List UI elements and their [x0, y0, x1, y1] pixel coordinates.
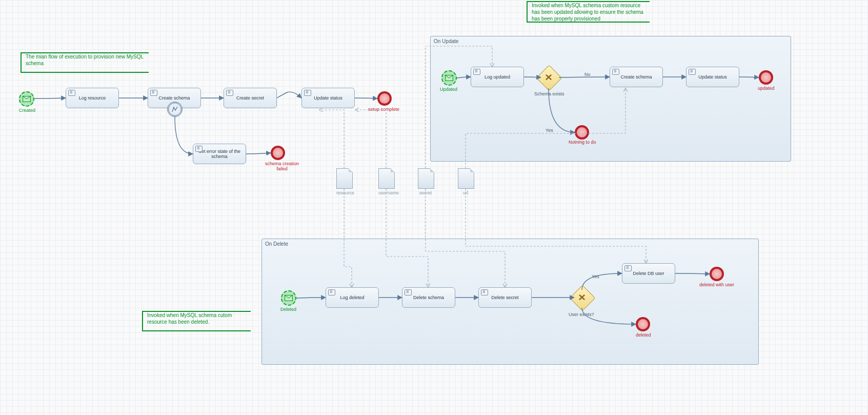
task-log-resource[interactable]: Log resource: [66, 88, 119, 108]
gateway-yes-label: Yes: [546, 128, 553, 133]
task-label: Update status: [698, 74, 727, 80]
start-event-updated[interactable]: [441, 70, 457, 86]
task-label: Update status: [314, 95, 342, 101]
annotation-on-update: Invoked when MySQL schema custom resourc…: [527, 1, 650, 23]
task-log-updated[interactable]: Log updated: [471, 67, 524, 87]
task-label: Delete secret: [491, 295, 518, 300]
task-delete-db-user[interactable]: Delete DB user: [622, 263, 675, 284]
pool-title: On Update: [434, 38, 458, 44]
start-label: Deleted: [280, 307, 296, 312]
task-label: Delete DB user: [633, 271, 664, 276]
end-label: updated: [758, 86, 775, 91]
message-icon: [445, 75, 453, 81]
annotation-on-delete: Invoked when MySQL schema cutom resource…: [142, 311, 251, 331]
data-object-secret[interactable]: secret: [418, 168, 433, 195]
end-label: schema creation failed: [261, 161, 302, 171]
end-event-updated[interactable]: [759, 70, 773, 85]
task-delete-schema[interactable]: Delete schema: [402, 287, 455, 308]
gateway-schema-exists[interactable]: ×: [540, 69, 557, 86]
end-label: deleted with user: [699, 282, 734, 287]
task-log-deleted[interactable]: Log deleted: [326, 287, 379, 308]
message-icon: [285, 295, 293, 301]
task-update-status-main[interactable]: Update status: [301, 88, 355, 108]
bpmn-canvas[interactable]: On Update On Delete The mian flow of exe…: [0, 0, 868, 415]
data-object-url[interactable]: url: [458, 168, 473, 195]
annotation-main: The mian flow of execution to provision …: [21, 52, 149, 73]
data-object-label: username: [378, 190, 394, 195]
gateway-no-label: No: [584, 72, 591, 77]
end-event-deleted[interactable]: [636, 317, 650, 331]
end-event-setup-complete[interactable]: [377, 91, 392, 106]
gateway-label: Schema exists: [534, 91, 564, 96]
error-icon: [171, 106, 178, 113]
task-label: Log resource: [79, 95, 106, 101]
data-object-resource[interactable]: resource: [336, 168, 352, 195]
task-label: Create schema: [158, 95, 190, 101]
task-label: Create schema: [620, 74, 652, 80]
start-event-deleted[interactable]: [281, 290, 296, 306]
task-update-status-update[interactable]: Update status: [686, 67, 739, 87]
task-create-schema-update[interactable]: Create schema: [610, 67, 663, 87]
start-event-created[interactable]: [19, 91, 34, 107]
task-label: Set error state of the schema: [195, 149, 244, 159]
task-label: Delete schema: [413, 295, 444, 300]
start-label: Updated: [440, 87, 457, 92]
message-icon: [23, 96, 31, 102]
task-create-secret[interactable]: Create secret: [224, 88, 277, 108]
gateway-yes-label: Yes: [592, 274, 599, 279]
end-label: setup complete: [368, 107, 399, 112]
data-object-label: secret: [418, 190, 433, 195]
end-event-nothing[interactable]: [575, 125, 589, 140]
end-event-deleted-with-user[interactable]: [710, 267, 724, 281]
task-label: Create secret: [236, 95, 264, 101]
task-delete-secret[interactable]: Delete secret: [478, 287, 532, 308]
boundary-error-event[interactable]: [167, 102, 183, 117]
data-object-label: resource: [336, 190, 352, 195]
start-label: Created: [18, 108, 36, 113]
data-object-label: url: [458, 190, 473, 195]
pool-title: On Delete: [265, 241, 288, 247]
end-event-schema-failed[interactable]: [271, 146, 285, 160]
task-label: Log updated: [485, 74, 510, 80]
gateway-user-exists[interactable]: ×: [573, 289, 591, 306]
data-object-username[interactable]: username: [378, 168, 394, 195]
gateway-label: User exists?: [569, 312, 594, 317]
end-label: deleted: [636, 332, 651, 338]
end-label: Notning to do: [569, 140, 596, 145]
task-label: Log deleted: [340, 295, 364, 300]
pool-on-update[interactable]: On Update: [430, 36, 791, 162]
task-set-error[interactable]: Set error state of the schema: [193, 144, 246, 164]
